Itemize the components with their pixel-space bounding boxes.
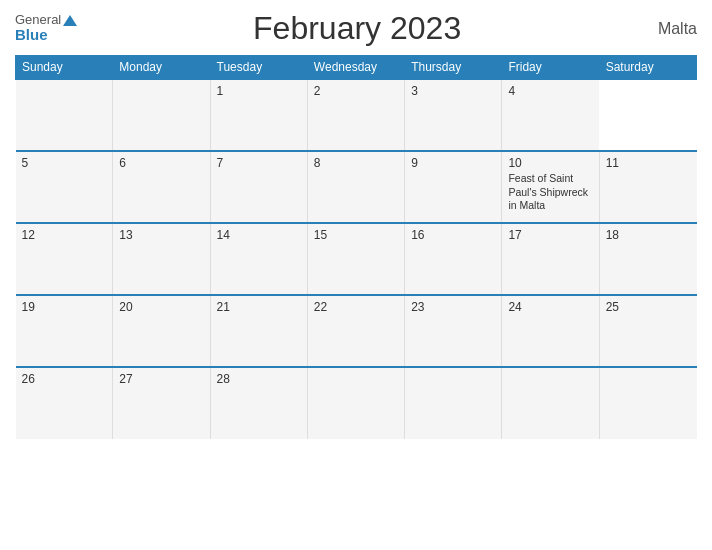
day-number: 6 <box>119 156 203 170</box>
calendar-day-cell: 9 <box>405 151 502 223</box>
calendar-week-row: 1234 <box>16 79 697 151</box>
day-number: 9 <box>411 156 495 170</box>
calendar-day-cell: 2 <box>307 79 404 151</box>
calendar-day-cell: 3 <box>405 79 502 151</box>
calendar-day-cell <box>307 367 404 439</box>
calendar-day-cell: 6 <box>113 151 210 223</box>
day-number: 24 <box>508 300 592 314</box>
calendar-day-cell: 10Feast of Saint Paul's Shipwreck in Mal… <box>502 151 599 223</box>
day-header-monday: Monday <box>113 56 210 80</box>
calendar-week-row: 262728 <box>16 367 697 439</box>
calendar-day-cell: 7 <box>210 151 307 223</box>
day-number: 28 <box>217 372 301 386</box>
calendar-day-cell: 1 <box>210 79 307 151</box>
day-number: 3 <box>411 84 495 98</box>
country-label: Malta <box>637 20 697 38</box>
calendar-day-cell: 26 <box>16 367 113 439</box>
day-number: 10 <box>508 156 592 170</box>
calendar-day-cell: 24 <box>502 295 599 367</box>
calendar-day-cell <box>599 367 696 439</box>
day-number: 18 <box>606 228 691 242</box>
calendar-day-cell: 18 <box>599 223 696 295</box>
day-number: 2 <box>314 84 398 98</box>
day-number: 19 <box>22 300 107 314</box>
calendar-day-cell: 16 <box>405 223 502 295</box>
calendar-day-cell <box>405 367 502 439</box>
calendar-page: General Blue February 2023 Malta SundayM… <box>0 0 712 550</box>
calendar-day-cell: 28 <box>210 367 307 439</box>
calendar-day-cell: 20 <box>113 295 210 367</box>
logo-blue-text: Blue <box>15 27 48 44</box>
day-number: 13 <box>119 228 203 242</box>
calendar-day-cell <box>113 79 210 151</box>
calendar-day-cell: 14 <box>210 223 307 295</box>
calendar-day-cell: 12 <box>16 223 113 295</box>
day-number: 23 <box>411 300 495 314</box>
day-header-sunday: Sunday <box>16 56 113 80</box>
calendar-day-cell: 19 <box>16 295 113 367</box>
calendar-title: February 2023 <box>77 10 637 47</box>
day-number: 1 <box>217 84 301 98</box>
calendar-day-cell <box>502 367 599 439</box>
calendar-day-cell: 27 <box>113 367 210 439</box>
calendar-day-cell: 11 <box>599 151 696 223</box>
day-header-friday: Friday <box>502 56 599 80</box>
day-number: 21 <box>217 300 301 314</box>
day-number: 25 <box>606 300 691 314</box>
day-number: 16 <box>411 228 495 242</box>
logo-triangle-icon <box>63 15 77 26</box>
day-header-thursday: Thursday <box>405 56 502 80</box>
calendar-day-cell: 13 <box>113 223 210 295</box>
calendar-day-cell: 4 <box>502 79 599 151</box>
calendar-week-row: 19202122232425 <box>16 295 697 367</box>
day-number: 12 <box>22 228 107 242</box>
day-number: 26 <box>22 372 107 386</box>
day-number: 11 <box>606 156 691 170</box>
calendar-week-row: 12131415161718 <box>16 223 697 295</box>
day-number: 20 <box>119 300 203 314</box>
logo-general-text: General <box>15 13 61 27</box>
day-number: 15 <box>314 228 398 242</box>
calendar-day-cell: 5 <box>16 151 113 223</box>
day-event: Feast of Saint Paul's Shipwreck in Malta <box>508 172 592 213</box>
calendar-day-cell: 17 <box>502 223 599 295</box>
calendar-day-cell: 21 <box>210 295 307 367</box>
calendar-day-cell: 22 <box>307 295 404 367</box>
calendar-day-cell: 8 <box>307 151 404 223</box>
calendar-day-cell: 25 <box>599 295 696 367</box>
day-header-wednesday: Wednesday <box>307 56 404 80</box>
day-number: 22 <box>314 300 398 314</box>
calendar-day-cell <box>16 79 113 151</box>
logo: General Blue <box>15 13 77 44</box>
day-number: 14 <box>217 228 301 242</box>
day-number: 17 <box>508 228 592 242</box>
day-number: 27 <box>119 372 203 386</box>
calendar-header-row: SundayMondayTuesdayWednesdayThursdayFrid… <box>16 56 697 80</box>
day-number: 4 <box>508 84 593 98</box>
day-number: 5 <box>22 156 107 170</box>
calendar-week-row: 5678910Feast of Saint Paul's Shipwreck i… <box>16 151 697 223</box>
day-number: 8 <box>314 156 398 170</box>
header: General Blue February 2023 Malta <box>15 10 697 47</box>
day-header-saturday: Saturday <box>599 56 696 80</box>
day-header-tuesday: Tuesday <box>210 56 307 80</box>
calendar-day-cell: 15 <box>307 223 404 295</box>
day-number: 7 <box>217 156 301 170</box>
calendar-day-cell: 23 <box>405 295 502 367</box>
calendar-table: SundayMondayTuesdayWednesdayThursdayFrid… <box>15 55 697 439</box>
